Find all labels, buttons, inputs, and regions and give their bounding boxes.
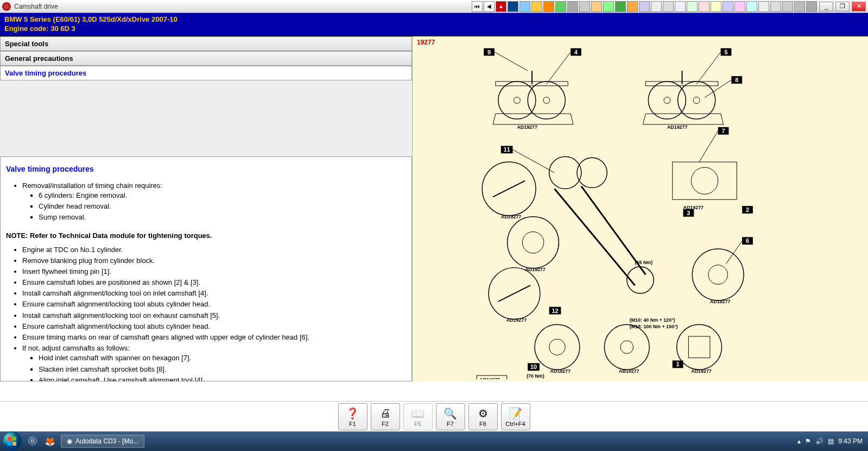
tool-module-1-icon[interactable] [508,1,518,12]
zoom-button[interactable]: 🔍F7 [436,403,465,430]
step-7: Ensure camshaft alignment/locking tool a… [22,322,406,331]
svg-point-46 [522,231,543,253]
vehicle-line-1: BMW 5 Series (E60/61) 3,0D 525d/Xd/xDriv… [4,15,864,24]
svg-text:7: 7 [722,128,725,134]
tool-module-23-icon[interactable] [770,1,781,12]
svg-text:1: 1 [676,361,680,367]
tray-network-icon[interactable]: ▤ [828,437,834,445]
step-8: Ensure timing marks on rear of camshaft … [22,333,406,342]
tool-module-16-icon[interactable] [687,1,698,12]
help-button[interactable]: ❓F1 [338,403,368,430]
svg-text:AB19277: AB19277 [619,368,639,374]
tool-module-7-icon[interactable] [579,1,590,12]
task-autodata[interactable]: ◉ Autodata CD3 - [Mo... [61,435,144,448]
titlebar: Camshaft drive ⏮ ◀ ▲ _ ❐ ✕ [0,0,868,13]
accordion-valve-timing[interactable]: Valve timing procedures [0,66,412,80]
tool-module-13-icon[interactable] [651,1,662,12]
svg-rect-80 [8,442,11,446]
tool-module-14-icon[interactable] [663,1,674,12]
svg-point-0 [498,82,536,119]
tool-module-8-icon[interactable] [591,1,602,12]
step-2: Insert flywheel timing pin [1]. [22,267,406,277]
svg-point-53 [692,249,744,300]
belt-icon: ⚙ [478,406,488,421]
tool-module-10-icon[interactable] [615,1,626,12]
tool-module-24-icon[interactable] [782,1,793,12]
svg-text:(70 Nm): (70 Nm) [527,373,544,379]
tool-module-11-icon[interactable] [627,1,638,12]
tool-warning-icon[interactable]: ▲ [496,1,506,12]
tool-first-icon[interactable]: ⏮ [472,1,483,12]
intro-sub-2: Sump removal. [39,212,406,222]
svg-text:8: 8 [735,77,738,83]
svg-text:(65 Nm): (65 Nm) [635,259,653,265]
tool-module-22-icon[interactable] [758,1,769,12]
tool-module-21-icon[interactable] [746,1,757,12]
printer-icon: 🖨 [380,406,391,421]
tool-module-15-icon[interactable] [675,1,686,12]
tool-module-2-icon[interactable] [519,1,530,12]
tool-module-25-icon[interactable] [794,1,805,12]
magnifier-icon: 🔍 [443,406,457,421]
svg-rect-81 [12,442,16,446]
svg-rect-78 [8,437,11,441]
svg-text:10: 10 [530,364,537,370]
tool-module-26-icon[interactable] [806,1,817,12]
tool-module-17-icon[interactable] [699,1,709,12]
svg-text:AB19277: AB19277 [479,377,500,379]
tool-module-18-icon[interactable] [711,1,721,12]
help-icon: ❓ [346,406,359,421]
substep-2: Align inlet camshaft. Use camshaft align… [39,375,406,381]
procedure-content[interactable]: Valve timing procedures Removal/installa… [0,156,412,381]
book-button[interactable]: 📖F5 [403,403,433,430]
tool-module-20-icon[interactable] [734,1,745,12]
tool-module-9-icon[interactable] [603,1,614,12]
intro-sub-1: Cylinder head removal. [39,202,406,211]
svg-point-54 [708,265,728,284]
print-button[interactable]: 🖨F2 [371,403,400,430]
svg-point-16 [693,97,700,103]
svg-point-69 [620,341,633,354]
clock[interactable]: 9:43 PM [838,437,863,445]
svg-point-1 [514,97,520,103]
tray-flag-icon[interactable]: ⚑ [805,437,811,445]
step-0: Engine at TDC on No.1 cylinder. [22,245,406,255]
start-button[interactable] [2,431,22,451]
svg-point-68 [604,324,649,369]
tool-module-6-icon[interactable] [567,1,578,12]
notes-button[interactable]: 📝Ctrl+F4 [501,403,530,430]
minimize-button[interactable]: _ [819,2,833,11]
svg-rect-72 [688,336,709,358]
tray-volume-icon[interactable]: 🔊 [815,437,823,445]
tool-module-3-icon[interactable] [531,1,542,12]
ie-icon[interactable]: ⓔ [26,435,39,448]
tool-module-4-icon[interactable] [543,1,554,12]
tool-module-5-icon[interactable] [555,1,566,12]
accordion-general-precautions[interactable]: General precautions [0,51,412,66]
close-button[interactable]: ✕ [852,2,866,11]
svg-rect-79 [12,437,16,441]
firefox-icon[interactable]: 🦊 [43,435,56,448]
svg-text:11: 11 [504,146,510,153]
intro-sub-0: 6 cylinders: Engine removal. [39,191,406,201]
belt-button[interactable]: ⚙F8 [468,403,498,430]
accordion-special-tools[interactable]: Special tools [0,36,412,51]
diagram-pane[interactable]: 19277 AD19277 9 4 [413,36,868,381]
tool-module-19-icon[interactable] [723,1,733,12]
step-5: Ensure camshaft alignment/locking tool a… [22,299,406,309]
svg-line-12 [547,52,571,84]
tool-module-12-icon[interactable] [639,1,650,12]
svg-text:4: 4 [574,48,578,55]
task-app-icon: ◉ [67,437,72,445]
tray-up-icon[interactable]: ▴ [797,437,801,445]
maximize-button[interactable]: ❐ [835,2,850,11]
svg-point-71 [677,324,722,369]
svg-point-62 [535,324,580,369]
step-1: Remove blanking plug from cylinder block… [22,256,406,266]
intro-line: Removal/installation of timing chain req… [22,181,406,223]
svg-text:3: 3 [687,210,690,216]
tool-prev-icon[interactable]: ◀ [484,1,495,12]
svg-point-2 [528,82,565,119]
svg-text:AD19277: AD19277 [550,368,571,374]
svg-text:AD19277: AD19277 [506,317,527,323]
